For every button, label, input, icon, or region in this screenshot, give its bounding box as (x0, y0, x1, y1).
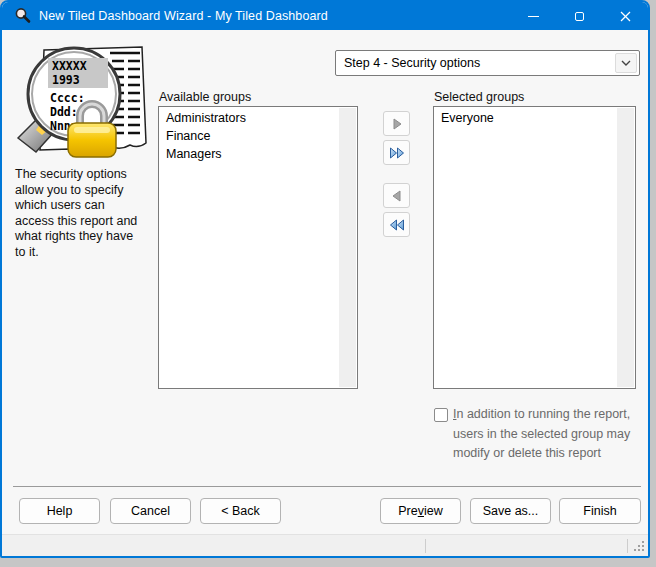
maximize-button[interactable] (556, 2, 602, 30)
modify-permission-row: In addition to running the report, users… (434, 405, 639, 464)
list-item[interactable]: Managers (159, 145, 339, 163)
preview-button[interactable]: Preview (380, 498, 461, 524)
move-all-right-button[interactable] (383, 140, 410, 165)
step-description: The security options allow you to specif… (15, 167, 160, 260)
modify-permission-label: In addition to running the report, users… (453, 405, 639, 464)
resize-grip-icon[interactable] (632, 541, 644, 553)
description-line: allow you to specify (15, 183, 160, 199)
arrow-right-icon (390, 118, 404, 130)
status-divider (627, 539, 628, 553)
description-line: what rights they have (15, 229, 160, 245)
selected-groups-label: Selected groups (434, 90, 524, 104)
cancel-button[interactable]: Cancel (110, 498, 191, 524)
footer-separator (13, 486, 641, 487)
move-right-button[interactable] (383, 111, 410, 136)
back-button[interactable]: < Back (200, 498, 281, 524)
step-selector-value: Step 4 - Security options (336, 56, 615, 70)
available-groups-label: Available groups (159, 90, 251, 104)
chevron-down-icon (621, 60, 631, 66)
minimize-button[interactable] (510, 2, 556, 30)
step-selector-dropdown[interactable]: Step 4 - Security options (335, 50, 640, 76)
window-title: New Tiled Dashboard Wizard - My Tiled Da… (39, 9, 328, 23)
arrow-left-icon (390, 190, 404, 202)
double-arrow-left-icon (389, 219, 405, 231)
scrollbar-track[interactable] (339, 108, 356, 387)
modify-permission-checkbox[interactable] (434, 408, 448, 422)
minimize-icon (528, 16, 539, 17)
status-divider (425, 539, 426, 553)
finish-button[interactable]: Finish (559, 498, 641, 524)
list-item[interactable]: Everyone (434, 109, 617, 127)
magnifier-app-icon (13, 7, 31, 25)
report-security-illustration: XXXXX 1993 Cccc: Ddd: Nnnn (14, 44, 152, 158)
status-bar (2, 534, 648, 556)
checkbox-label-line: modify or delete this report (453, 444, 639, 464)
wizard-dialog: New Tiled Dashboard Wizard - My Tiled Da… (0, 0, 650, 558)
lens-text-1: XXXXX (52, 59, 87, 73)
lens-text-4: Ddd: (50, 105, 78, 119)
checkbox-label-line: In addition to running the report, (453, 405, 639, 425)
move-left-button[interactable] (383, 183, 410, 208)
lens-text-2: 1993 (52, 73, 80, 87)
description-line: access this report and (15, 214, 160, 230)
double-arrow-right-icon (389, 147, 405, 159)
maximize-icon (575, 12, 584, 21)
titlebar: New Tiled Dashboard Wizard - My Tiled Da… (2, 2, 648, 30)
scrollbar-track[interactable] (617, 108, 634, 387)
description-line: The security options (15, 167, 160, 183)
description-line: which users can (15, 198, 160, 214)
list-item[interactable]: Administrators (159, 109, 339, 127)
save-as-button[interactable]: Save as... (470, 498, 551, 524)
close-icon (620, 11, 631, 22)
description-line: to it. (15, 245, 160, 261)
move-all-left-button[interactable] (383, 212, 410, 237)
checkbox-label-line: users in the selected group may (453, 425, 639, 445)
lens-text-3: Cccc: (50, 91, 85, 105)
available-groups-listbox[interactable]: Administrators Finance Managers (158, 106, 358, 389)
list-item[interactable]: Finance (159, 127, 339, 145)
selected-groups-listbox[interactable]: Everyone (433, 106, 636, 389)
dropdown-chevron-button[interactable] (615, 53, 637, 73)
help-button[interactable]: Help (19, 498, 100, 524)
close-button[interactable] (602, 2, 648, 30)
